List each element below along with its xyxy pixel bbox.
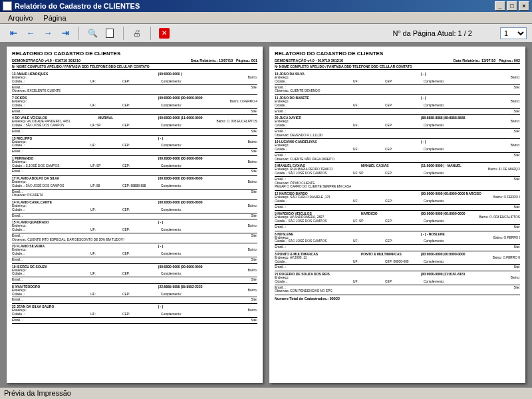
client-record: 18 JOÃO DA SILVA| - |Endereço: Bairro: C…	[275, 71, 520, 95]
client-record: 3 PONTO & MULTIMARCASPONTO & MULTIMARCAS…	[275, 251, 520, 271]
report-columns: Nº NOME COMPLETO APELIDO / FANTASIA DDD …	[12, 65, 257, 70]
client-record: 15 FLAVIO QUADRADO| - |Endereço: Bairro:…	[12, 219, 257, 243]
client-record: 19 LUCIANO CANDELIVAS| - |Endereço: Bair…	[275, 139, 520, 163]
magnifier-icon: 🔍	[88, 29, 98, 38]
maximize-button[interactable]: □	[507, 1, 517, 11]
prev-page-button[interactable]: ←	[23, 26, 39, 41]
client-record: 10 ISCREU DE SOUZA|00:0000-0000 |00:0000…	[12, 264, 257, 284]
client-record: 13 RICLIPPS| - |Endereço: Bairro: Cidade…	[12, 136, 257, 156]
report-company: DEMONSTRAÇÃO v4.0 - 010710 301210	[275, 59, 343, 63]
client-record: 11 JOÃO DO BABETE| - |Endereço: Bairro: …	[275, 95, 520, 115]
printer-icon: 🖨	[133, 29, 141, 38]
report-title: RELATORIO DO CADASTRO DE CLIENTES	[12, 51, 257, 57]
first-page-button[interactable]: ⇤	[5, 26, 21, 41]
status-text: Prévia da Impressão	[4, 389, 71, 397]
window-title: Relatório do Cadastro de CLIENTES	[15, 2, 495, 10]
client-record: 22 JEAN DA SILVA SAURO| - |Endereço: Bai…	[12, 304, 257, 324]
prev-page-icon: ←	[27, 28, 35, 38]
next-page-icon: →	[44, 28, 53, 38]
client-record: 5 NARDICIO VEICULOSNARDICIO|00:0000-0000…	[275, 211, 520, 231]
report-date: Data Relatório.: 13/07/10 Página.: 002	[454, 59, 520, 63]
close-preview-button[interactable]: ✕	[156, 26, 172, 41]
toolbar-separator	[123, 27, 124, 40]
page-icon	[106, 29, 114, 38]
client-record: 13 AMAIR HENRIQUES|00:0000-0000 |Endereç…	[12, 71, 257, 95]
client-record: 23 FLAVIO SILVEIRA| - |Endereço: Bairro:…	[12, 243, 257, 263]
last-page-icon: ⇥	[62, 28, 69, 38]
close-button[interactable]: ×	[519, 1, 529, 11]
client-record: 1 FERNANDO|00:0000-0000 |00:0000-0000End…	[12, 156, 257, 176]
client-record: 21 ROGERIO DE SOUZA DOS REIS|00:0000-000…	[275, 271, 520, 295]
client-record: 17 FLAVIO ADOLFO DA SILVA|00:0000-0000 |…	[12, 176, 257, 200]
print-button[interactable]: 🖨	[129, 26, 145, 41]
toolbar: ⇤ ← → ⇥ 🔍 🖨 ✕ Nº da Página Atual: 1 / 2 …	[0, 24, 532, 43]
report-total: Numero Total de Cadastrados.: 00022	[275, 297, 520, 301]
close-icon: ✕	[159, 28, 170, 39]
minimize-button[interactable]: _	[495, 1, 505, 11]
menu-arquivo[interactable]: Arquivo	[3, 13, 38, 23]
preview-area: RELATORIO DO CADASTRO DE CLIENTESDEMONST…	[0, 43, 532, 387]
client-record: 7 OCKRS|00:0000-0000 |00:0000-0000Endere…	[12, 95, 257, 115]
client-record: 20 JUCA XAVIER|88:8888-8888 |88:8888-888…	[275, 115, 520, 139]
client-record: 8 IVAN TEODORO|22:5555-5555 |55:5552-222…	[12, 284, 257, 304]
client-record: 12 NARCISO BARDO|00:0000-0000 |00:0000-0…	[275, 191, 520, 211]
app-icon	[3, 1, 12, 11]
first-page-icon: ⇤	[10, 28, 17, 38]
last-page-button[interactable]: ⇥	[57, 26, 73, 41]
page-select[interactable]: 1	[500, 27, 527, 39]
report-date: Data Relatório.: 13/07/10 Página.: 001	[191, 59, 257, 63]
statusbar: Prévia da Impressão	[0, 387, 532, 399]
window-buttons: _ □ ×	[495, 1, 529, 11]
zoom-button[interactable]: 🔍	[84, 26, 100, 41]
report-columns: Nº NOME COMPLETO APELIDO / FANTASIA DDD …	[275, 65, 520, 70]
client-record: 6 NOSLENE| - | - NOSLENEEndereço: Bairro…	[275, 231, 520, 251]
menubar: Arquivo Página	[0, 12, 532, 24]
client-record: 4 DO VALE VEICULOSMURIVAL|00:0000-0000 |…	[12, 115, 257, 135]
report-page-1: RELATORIO DO CADASTRO DE CLIENTESDEMONST…	[7, 47, 263, 383]
menu-pagina[interactable]: Página	[38, 13, 71, 23]
report-title: RELATORIO DO CADASTRO DE CLIENTES	[275, 51, 520, 57]
toolbar-separator	[150, 27, 151, 40]
client-record: 14 FLAVIO CAVALCANTE|00:0000-0000 |00:00…	[12, 200, 257, 219]
client-record: 2 MANUEL CAXIASMANUEL CAXIAS|11:0000-000…	[275, 163, 520, 191]
single-page-button[interactable]	[102, 26, 118, 41]
titlebar: Relatório do Cadastro de CLIENTES _ □ ×	[0, 0, 532, 12]
page-counter-label: Nº da Página Atual: 1 / 2	[392, 29, 472, 37]
report-page-2: RELATORIO DO CADASTRO DE CLIENTESDEMONST…	[269, 47, 525, 383]
report-company: DEMONSTRAÇÃO v4.0 - 010710 301210	[12, 59, 80, 63]
toolbar-separator	[78, 27, 79, 40]
next-page-button[interactable]: →	[40, 26, 56, 41]
